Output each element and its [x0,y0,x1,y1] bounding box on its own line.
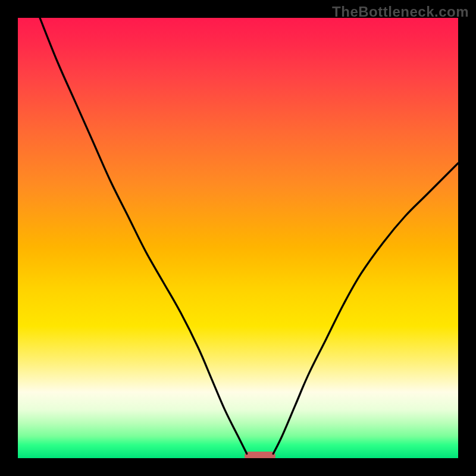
curve-left-branch [40,18,247,454]
watermark-text: TheBottleneck.com [332,4,469,20]
curve-layer [18,18,458,458]
plot-area [18,18,458,458]
outer-frame: TheBottleneck.com [0,0,476,476]
curve-right-branch [273,163,458,453]
